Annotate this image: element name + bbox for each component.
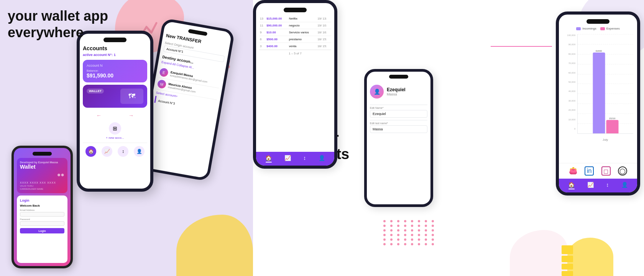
card-holder: CARDHOLDER NAME (20, 188, 64, 190)
y-30k: 30,000 (563, 100, 576, 102)
left-arrow[interactable]: ← (96, 112, 102, 118)
tx-nav-chart[interactable]: 📈 (284, 155, 291, 163)
tx-name: Servicio varios (288, 29, 317, 36)
legend-incoming-color (576, 27, 581, 30)
github-icon[interactable]: ◯ (618, 166, 627, 176)
expense-value: 15210 (609, 117, 616, 120)
login-button[interactable]: Login (20, 228, 64, 233)
accounts-nav-arrows: ← → (83, 110, 147, 121)
wallet-bottom-icon: 👛 (569, 166, 577, 176)
incoming-value: 91800 (596, 50, 602, 52)
email-label: Email Address (20, 209, 64, 211)
nav-chart[interactable]: 📈 (102, 146, 112, 157)
y-40k: 40,000 (563, 90, 576, 92)
headline-line1: your wallet app (8, 8, 108, 24)
tx-amount: $500.00 (266, 36, 288, 43)
legend-expense-color (600, 27, 605, 30)
phone-notch-transfer (188, 29, 207, 36)
card-icon: ●● (20, 171, 64, 178)
tx-date: 18/ 15: (317, 43, 331, 50)
password-label: Password (20, 218, 64, 220)
tx-nav-profile[interactable]: 👤 (319, 155, 325, 163)
tx-id: 3 (259, 43, 266, 50)
table-row: 6 $500.00 prestamo 18/ 15: (259, 36, 331, 43)
wallet-badge: WALLET (87, 89, 104, 94)
chart-area: 0 10,000 20,000 30,000 40,000 50,000 60,… (563, 34, 633, 141)
transactions-table: 13 $15,000.00 Netflix 19/ 13: 11 $90,000… (259, 15, 331, 50)
ch-nav-transfer[interactable]: ↕ (606, 182, 609, 189)
y-50k: 50,000 (563, 81, 576, 83)
tx-name: negocio (288, 22, 317, 29)
y-90k: 90,000 (563, 43, 576, 46)
right-arrow[interactable]: → (128, 112, 134, 118)
y-70k: 70,000 (563, 62, 576, 64)
lastname-field[interactable]: Massa (370, 125, 427, 133)
profile-lastname: Massa (387, 92, 406, 96)
login-title: Login (20, 199, 64, 202)
tx-id: 9 (259, 29, 266, 36)
tx-id: 13 (259, 15, 266, 22)
tx-name: prestamo (288, 36, 317, 43)
nav-profile[interactable]: 👤 (134, 146, 145, 157)
profile-name: Ezequiel (387, 87, 406, 92)
y-60k: 60,000 (563, 72, 576, 74)
balance-value: $91,590.00 (87, 72, 143, 79)
tx-date: 19/ 10: (317, 22, 331, 29)
edit-name-label: Edit Name* (370, 105, 427, 109)
nav-home[interactable]: 🏠 (85, 146, 96, 157)
edit-lastname-label: Edit last name* (370, 120, 427, 125)
y-80k: 80,000 (563, 53, 576, 55)
card-number: XXXX XXXX XXX XXXX (20, 181, 64, 184)
phone-notch-profile (389, 75, 408, 79)
x-label: July (577, 138, 633, 141)
headline: your wallet app everywhere (8, 8, 108, 41)
nav-transfer[interactable]: ↕ (118, 146, 128, 157)
legend-incomings: Incomings (576, 27, 596, 30)
email-input[interactable] (20, 212, 64, 217)
table-row: 3 $400.00 venta 18/ 15: (259, 43, 331, 50)
linkedin-icon[interactable]: in (585, 166, 594, 176)
phone-profile: 👤 Ezequiel Massa Edit Name* Ezequiel Edi… (364, 69, 433, 207)
card-subtitle: Developed by Ezequiel Massa (20, 161, 64, 164)
password-input[interactable] (20, 221, 64, 226)
phone-notch-tx (284, 8, 307, 12)
blob-yellow-lines (560, 245, 575, 276)
account-card-2: WALLET 🗺 (83, 85, 147, 108)
bar-incoming: 91800 (593, 50, 605, 133)
phone-login: Developed by Ezequiel Massa Wallet ●● XX… (12, 146, 73, 268)
tx-nav-home[interactable]: 🏠 (265, 155, 272, 163)
card-logo: Developed by Ezequiel Massa Wallet (20, 161, 64, 170)
table-row: 13 $15,000.00 Netflix 19/ 13: (259, 15, 331, 22)
instagram-icon[interactable]: ◻ (601, 166, 611, 176)
transactions-nav: 🏠 📈 ↕ 👤 (256, 152, 334, 166)
table-row: 11 $90,000.00 negocio 19/ 10: (259, 22, 331, 29)
qr-button[interactable]: ⊞ (109, 122, 121, 135)
ch-nav-chart[interactable]: 📈 (587, 182, 594, 189)
add-account-link[interactable]: + new acco... (83, 136, 147, 140)
map-bg: 🗺 (120, 89, 143, 104)
legend-expense-label: Expenses (606, 27, 620, 30)
tx-amount: $15,000.00 (266, 15, 288, 22)
ch-nav-profile[interactable]: 👤 (621, 182, 628, 189)
phone-notch-login (33, 152, 52, 156)
legend-expenses: Expenses (600, 27, 620, 30)
card-valid: VALID THRU (20, 185, 64, 187)
user2-avatar: M (157, 79, 166, 89)
left-section: your wallet app everywhere Developed by … (0, 0, 253, 276)
name-field[interactable]: Ezequiel (370, 110, 427, 118)
pink-line (491, 46, 552, 47)
tx-amount: $400.00 (266, 43, 288, 50)
phone-transactions: 13 $15,000.00 Netflix 19/ 13: 11 $90,000… (253, 0, 337, 169)
card-title: Wallet (20, 164, 64, 170)
tx-name: venta (288, 43, 317, 50)
expense-bar (606, 120, 618, 133)
tx-date: 18/ 16: (317, 29, 331, 36)
card-area: Developed by Ezequiel Massa Wallet ●● XX… (17, 158, 67, 193)
tx-nav-transfer[interactable]: ↕ (303, 155, 306, 163)
tx-date: 18/ 15: (317, 36, 331, 43)
active-account-label: active account N°: 1 (83, 53, 147, 57)
phone-chart: Incomings Expenses 0 10,000 20,000 30,00… (556, 12, 640, 196)
ch-nav-home[interactable]: 🏠 (568, 182, 575, 189)
login-welcome: Welcom Back (20, 204, 64, 207)
tx-amount: $90,000.00 (266, 22, 288, 29)
